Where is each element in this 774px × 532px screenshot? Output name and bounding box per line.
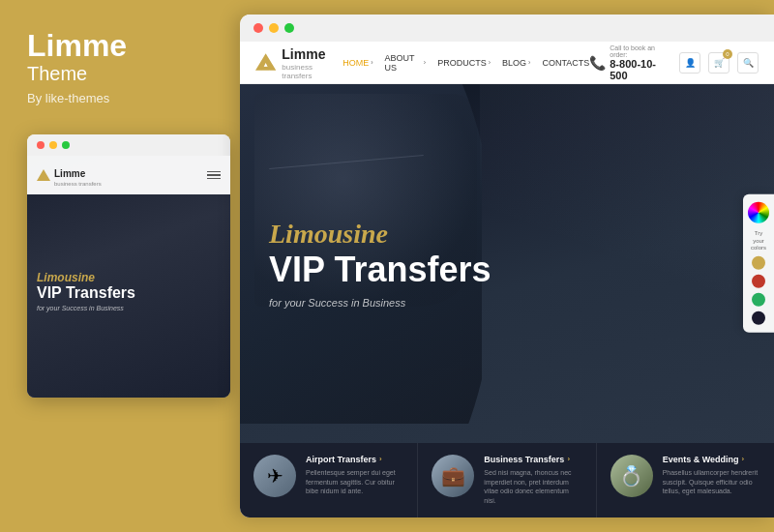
search-button[interactable]: 🔍 [737,52,759,74]
feature-events-desc: Phasellus ullamcorper hendrerit suscipit… [663,468,760,496]
site-logo-icon [255,53,276,73]
feature-airport-arrow: › [379,455,382,463]
nav-chevron-blog: › [528,59,530,66]
mini-hamburger[interactable] [207,171,221,180]
mini-hero-title1: Limousine [37,271,221,284]
nav-icons: 👤 🛒 0 🔍 [679,52,759,74]
phone-icon: 📞 [589,55,606,71]
left-panel: Limme Theme By like-themes [0,0,240,532]
svg-marker-0 [37,169,50,181]
nav-link-about[interactable]: ABOUT US › [385,53,427,73]
feature-airport-img: ✈ [253,455,296,497]
nav-phone: 📞 Call to book an order: 8-800-10-500 [589,44,670,81]
browser-dot-green [284,23,294,33]
account-button[interactable]: 👤 [679,52,700,74]
nav-chevron-products: › [489,59,491,66]
mini-dot-red [37,141,45,149]
mini-logo-icon [37,169,50,181]
mini-bg: Limme business transfers Limousine V [27,156,230,398]
feature-events: 💍 Events & Wedding › Phasellus ullamcorp… [597,443,774,517]
mini-ham-line [207,174,221,176]
mini-logo: Limme business transfers [37,163,102,187]
nav-link-products[interactable]: PRODUCTS › [437,58,491,68]
theme-author: By like-themes [27,91,221,105]
mini-logo-sub: business transfers [54,181,102,187]
feature-events-title: Events & Wedding › [663,455,760,464]
mini-logo-text: Limme [54,168,85,179]
theme-title: Limme [27,29,221,63]
theme-subtitle: Theme [27,63,221,85]
mini-ham-line [207,178,221,180]
site-nav: Limme business transfers HOME › ABOUT US… [240,42,774,84]
hero-title-white: VIP Transfers [269,251,491,289]
mini-hero: Limousine VIP Transfers for your Success… [27,185,230,398]
color-swatch-gold[interactable] [752,256,765,270]
nav-chevron-home: › [371,59,372,66]
nav-chevron-about: › [424,59,426,66]
hero-text: Limousine VIP Transfers for your Success… [269,219,491,309]
browser-dot-red [253,23,263,33]
main-preview: Limme business transfers HOME › ABOUT US… [240,15,774,517]
feature-airport-icon: ✈ [253,455,296,497]
feature-business-title: Business Transfers › [484,455,581,464]
browser-bar [240,15,774,42]
feature-business: 💼 Business Transfers › Sed nisi magna, r… [418,443,596,517]
feature-airport-text: Airport Transfers › Pellentesque semper … [306,455,403,496]
mini-browser-bar [27,134,230,156]
website-content: Limme business transfers HOME › ABOUT US… [240,42,774,517]
feature-business-arrow: › [567,455,570,463]
plane-bg [480,84,774,443]
features-bar: ✈ Airport Transfers › Pellentesque sempe… [240,443,774,517]
hero-bg: Limousine VIP Transfers for your Success… [240,84,774,443]
cart-button[interactable]: 🛒 0 [708,52,729,74]
mini-browser-mockup: Limme business transfers Limousine V [27,134,230,398]
nav-link-home[interactable]: HOME › [342,58,372,68]
feature-business-text: Business Transfers › Sed nisi magna, rho… [484,455,581,506]
nav-link-contacts[interactable]: CONTACTS [542,58,589,68]
hero-title-gold: Limousine [269,219,491,251]
hero-section: Limousine VIP Transfers for your Success… [240,84,774,443]
feature-events-text: Events & Wedding › Phasellus ullamcorper… [663,455,760,496]
site-logo: Limme business transfers [255,45,342,80]
feature-events-icon: 💍 [610,455,653,497]
mini-dot-green [62,141,70,149]
mini-dot-yellow [49,141,57,149]
hero-subtitle: for your Success in Business [269,297,491,309]
site-logo-text: Limme [282,46,325,62]
color-swatch-green[interactable] [752,293,765,307]
browser-dot-yellow [269,23,279,33]
mini-ham-line [207,171,221,173]
feature-events-img: 💍 [610,455,653,497]
color-swatch-dark[interactable] [752,311,765,325]
svg-rect-2 [262,66,270,70]
mini-content: Limme business transfers Limousine V [27,156,230,398]
color-panel-label: Tryyourcolors [751,230,766,251]
mini-hero-title2: VIP Transfers [37,284,221,302]
feature-airport: ✈ Airport Transfers › Pellentesque sempe… [240,443,418,517]
nav-link-blog[interactable]: BLOG › [502,58,530,68]
feature-business-icon: 💼 [432,455,474,497]
color-swatch-red[interactable] [752,275,765,288]
color-panel: Tryyourcolors [743,194,774,333]
cart-badge: 0 [723,49,732,59]
feature-business-img: 💼 [432,455,474,497]
feature-business-desc: Sed nisi magna, rhoncus nec imperdiet no… [484,468,581,506]
feature-airport-desc: Pellentesque semper dui eget fermentum s… [306,468,403,496]
site-nav-links: HOME › ABOUT US › PRODUCTS › BLOG › CONT… [342,53,589,73]
feature-airport-title: Airport Transfers › [306,455,403,464]
feature-events-arrow: › [742,455,745,463]
mini-hero-sub: for your Success in Business [37,305,221,311]
site-logo-sub: business transfers [282,63,342,80]
color-wheel-icon [748,202,769,223]
mini-nav: Limme business transfers [27,156,230,194]
